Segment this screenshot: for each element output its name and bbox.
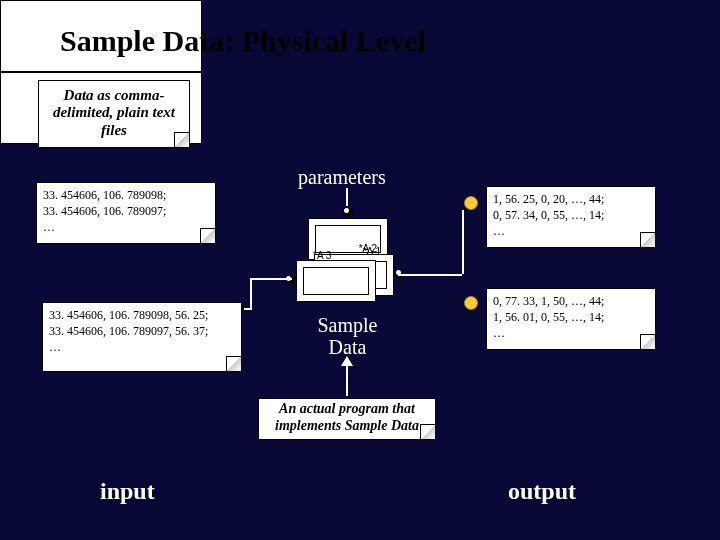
output-dot-1 xyxy=(464,196,478,210)
parameters-label: parameters xyxy=(298,166,386,189)
arrow-up-icon xyxy=(341,356,353,366)
input-file-2: 33. 454606, 106. 789098, 56. 25; 33. 454… xyxy=(42,302,242,372)
output-label: output xyxy=(508,478,576,505)
output-file-2: 0, 77. 33, 1, 50, …, 44; 1, 56. 01, 0, 5… xyxy=(486,288,656,350)
output-file-1: 1, 56. 25, 0, 20, …, 44; 0, 57. 34, 0, 5… xyxy=(486,186,656,248)
component-a2-label: *A 2 xyxy=(359,243,377,254)
slide-title: Sample Data: Physical Level xyxy=(60,24,426,58)
callout-data-description: Data as comma-delimited, plain text file… xyxy=(38,80,190,148)
port-a3 xyxy=(285,275,295,285)
output-dot-2 xyxy=(464,296,478,310)
program-callout: An actual program that implements Sample… xyxy=(258,398,436,440)
input-label: input xyxy=(100,478,155,505)
input-file-1: 33. 454606, 106. 789098; 33. 454606, 106… xyxy=(36,182,216,244)
connector xyxy=(244,308,252,310)
sample-data-label: Sample Data xyxy=(305,314,390,358)
connector xyxy=(346,188,348,206)
component-a3: *A 3 xyxy=(296,260,376,302)
connector xyxy=(398,274,462,276)
connector xyxy=(250,278,252,310)
port-a1 xyxy=(343,207,353,217)
connector xyxy=(462,210,464,274)
component-a3-label: *A 3 xyxy=(313,250,331,261)
connector xyxy=(252,278,292,280)
